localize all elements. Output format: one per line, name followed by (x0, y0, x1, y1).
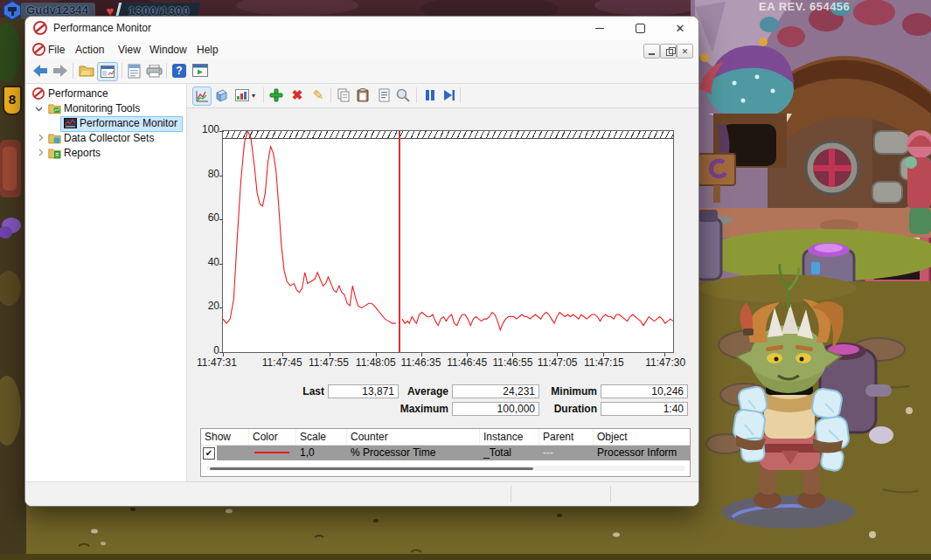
performance-root-icon (32, 87, 45, 100)
counter-show-cell: ✔ (201, 446, 249, 460)
copy-properties-button[interactable] (335, 86, 352, 104)
export-list-icon[interactable] (128, 64, 141, 79)
zoom-button[interactable] (394, 86, 412, 104)
column-header-color[interactable]: Color (249, 429, 296, 445)
stat-duration-label: Duration (535, 403, 597, 415)
show-console-tree-button[interactable] (97, 62, 118, 81)
console-toolbar: ? (25, 59, 698, 84)
counter-color-swatch (254, 452, 289, 453)
menu-file[interactable]: File (48, 44, 65, 56)
mdi-close-button[interactable]: ✕ (677, 44, 693, 59)
chart-plot-area[interactable] (222, 130, 674, 353)
x-axis-tick-label: 11:47:30 (645, 356, 685, 369)
perfmon-toolbar: ▼ ✖ ✎ (187, 84, 698, 108)
y-axis-tick (219, 264, 223, 265)
mdi-restore-button[interactable] (660, 44, 677, 59)
counter-show-checkbox[interactable]: ✔ (203, 447, 215, 460)
freeze-display-button[interactable] (421, 86, 439, 104)
menu-help[interactable]: Help (197, 44, 219, 56)
y-axis-tick (219, 308, 223, 308)
column-header-scale[interactable]: Scale (296, 429, 347, 445)
new-window-icon[interactable] (192, 64, 208, 77)
guild-hammer-icon (2, 0, 23, 21)
scrollbar-thumb[interactable] (210, 467, 533, 470)
stat-last-label: Last (290, 385, 324, 398)
y-axis-tick-label: 100 (202, 123, 219, 135)
player-name: Gudv12344 (26, 3, 88, 17)
y-axis-tick (219, 176, 223, 176)
line-chart-icon (196, 90, 209, 102)
y-axis-tick-label: 40 (208, 256, 219, 268)
view-current-activity-button[interactable] (192, 86, 212, 106)
update-data-button[interactable] (441, 86, 458, 104)
view-log-data-button[interactable] (212, 86, 230, 104)
magnifier-icon (396, 88, 410, 102)
paste-clipboard-icon (357, 88, 369, 102)
step-forward-icon (443, 89, 455, 101)
title-bar[interactable]: Performance Monitor ✕ (25, 17, 698, 40)
x-axis-tick-label: 11:46:45 (447, 356, 487, 369)
y-axis-labels: 020406080100 (192, 124, 219, 347)
stat-minimum-label: Minimum (535, 385, 597, 398)
copy-icon (337, 88, 350, 102)
level-badge: 8 (3, 86, 22, 115)
tree-item-performance[interactable]: Performance (25, 86, 186, 101)
game-scene-hut (691, 0, 931, 313)
paste-counter-list-button[interactable] (354, 86, 372, 104)
caret-down-icon: ▼ (251, 93, 257, 99)
counter-scale-cell: 1,0 (296, 446, 347, 460)
counter-table-header: Show Color Scale Counter Instance Parent… (201, 429, 690, 446)
column-header-counter[interactable]: Counter (347, 429, 480, 445)
table-horizontal-scrollbar[interactable] (206, 466, 685, 471)
y-axis-tick-label: 20 (208, 300, 219, 312)
console-tree-icon (101, 66, 115, 78)
monitoring-tools-folder-icon (48, 103, 61, 114)
help-icon[interactable]: ? (172, 64, 186, 78)
delete-counter-button[interactable]: ✖ (288, 86, 306, 104)
minimize-button[interactable] (581, 17, 618, 40)
add-counter-button[interactable] (267, 86, 285, 104)
back-icon[interactable] (32, 64, 48, 78)
menu-window[interactable]: Window (149, 44, 187, 56)
menu-action[interactable]: Action (75, 44, 104, 56)
stat-minimum-value: 10,246 (601, 384, 688, 398)
close-button[interactable]: ✕ (662, 17, 698, 40)
build-revision-label: EA REV. 654456 (759, 0, 850, 13)
properties-button[interactable] (375, 86, 393, 104)
console-tree-pane: Performance Monitoring Tools (25, 84, 187, 481)
tree-item-data-collector-sets[interactable]: Data Collector Sets (25, 131, 186, 146)
chevron-collapsed-icon[interactable] (37, 134, 45, 142)
chevron-expanded-icon[interactable] (35, 105, 43, 113)
mdi-minimize-button[interactable] (643, 44, 660, 59)
tree-item-monitoring-tools[interactable]: Monitoring Tools (25, 101, 186, 116)
mdi-child-icon (32, 43, 45, 56)
column-header-show[interactable]: Show (201, 429, 249, 445)
counter-object-cell: Processor Inform (594, 446, 690, 460)
chart-series-svg (223, 131, 673, 352)
tree-item-performance-monitor[interactable]: Performance Monitor (25, 116, 186, 131)
data-collector-sets-icon (48, 133, 61, 144)
properties-icon (379, 88, 390, 102)
y-axis-tick-label: 60 (208, 211, 219, 224)
x-axis-tick-label: 11:47:31 (197, 356, 237, 369)
counter-row[interactable]: ✔ 1,0 % Processor Time _Total --- Proces… (201, 446, 690, 460)
change-graph-type-button[interactable]: ▼ (233, 86, 259, 104)
forward-icon[interactable] (52, 64, 68, 78)
highlight-button[interactable]: ✎ (309, 86, 327, 104)
screen: Gudv12344 ♥ 1300/1300 EA REV. 654456 8 P… (0, 0, 931, 560)
x-axis-tick-label: 11:46:55 (493, 356, 533, 369)
series-line (223, 131, 396, 323)
column-header-parent[interactable]: Parent (539, 429, 594, 445)
counter-parent-cell: --- (539, 446, 594, 460)
column-header-instance[interactable]: Instance (480, 429, 539, 445)
print-icon[interactable] (146, 65, 163, 78)
x-axis-tick-label: 11:46:35 (401, 356, 441, 369)
export-folder-icon[interactable] (79, 64, 94, 78)
stat-maximum-value: 100,000 (452, 402, 539, 416)
menu-view[interactable]: View (118, 44, 141, 56)
counter-color-cell (249, 446, 296, 460)
column-header-object[interactable]: Object (594, 429, 690, 445)
chevron-collapsed-icon[interactable] (37, 149, 45, 156)
maximize-button[interactable] (622, 17, 658, 40)
tree-item-reports[interactable]: Reports (25, 146, 186, 161)
